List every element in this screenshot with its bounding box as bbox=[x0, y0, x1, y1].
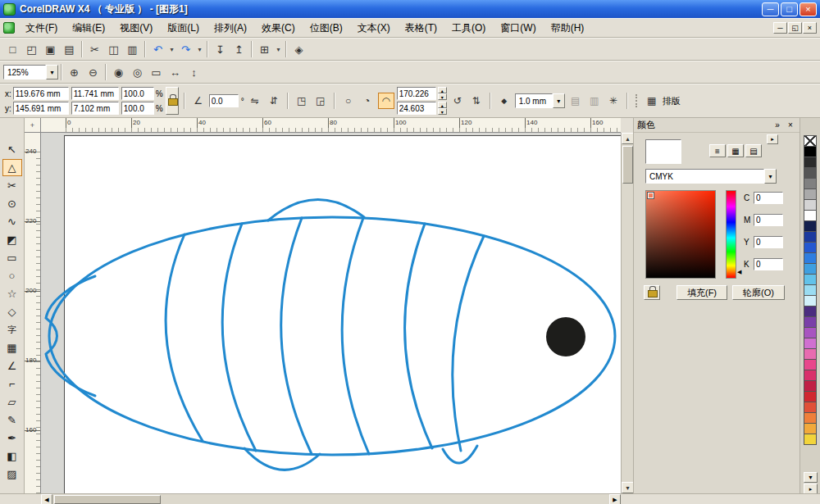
fish-stripe[interactable] bbox=[222, 224, 256, 451]
zoom-selected-icon[interactable]: ◉ bbox=[109, 63, 128, 81]
outline-button[interactable]: 轮廓(O) bbox=[732, 285, 785, 300]
palette-swatch-26[interactable] bbox=[804, 412, 817, 424]
vertical-scrollbar[interactable]: ▲ ▼ bbox=[621, 133, 633, 493]
freehand-tool-icon[interactable]: ∿ bbox=[2, 213, 22, 230]
arc-start-spin-down-icon[interactable]: ▾ bbox=[438, 93, 447, 100]
cyan-field[interactable] bbox=[754, 192, 783, 204]
menu-tools[interactable]: 工具(O) bbox=[444, 19, 493, 38]
menu-window[interactable]: 窗口(W) bbox=[493, 19, 543, 38]
magenta-field[interactable] bbox=[754, 214, 783, 226]
pick-tool-icon[interactable]: ↖ bbox=[2, 141, 22, 158]
palette-swatch-14[interactable] bbox=[804, 284, 817, 296]
copy-icon[interactable]: ◫ bbox=[104, 40, 123, 58]
undo-icon[interactable]: ↶ bbox=[148, 40, 167, 58]
hue-slider-marker[interactable]: ◀ bbox=[737, 269, 741, 275]
swap-direction-icon[interactable]: ⇅ bbox=[468, 93, 485, 109]
maximize-button[interactable]: □ bbox=[781, 2, 798, 16]
palette-swatch-4[interactable] bbox=[804, 178, 817, 189]
y-position-field[interactable] bbox=[13, 102, 69, 115]
scroll-down-icon[interactable]: ▼ bbox=[622, 482, 634, 493]
export-icon[interactable]: ↥ bbox=[230, 40, 248, 58]
horizontal-scrollbar[interactable]: ◀ ▶ bbox=[41, 494, 621, 504]
palette-swatch-21[interactable] bbox=[804, 359, 817, 370]
zoom-page-icon[interactable]: ▭ bbox=[147, 63, 166, 81]
color-palettes-icon[interactable]: ▤ bbox=[745, 144, 762, 157]
undo-dropdown-icon[interactable]: ▾ bbox=[167, 40, 176, 58]
palette-swatch-11[interactable] bbox=[804, 252, 817, 264]
mirror-vertical-icon[interactable]: ⇵ bbox=[266, 93, 282, 109]
horizontal-ruler[interactable]: 0 20 40 60 80 100 120 140 160 bbox=[41, 118, 621, 133]
arc-shape-icon[interactable]: ◠ bbox=[378, 93, 394, 109]
ellipse-tool-icon[interactable]: ○ bbox=[2, 267, 22, 284]
hscroll-thumb[interactable] bbox=[54, 495, 161, 504]
palette-swatch-28[interactable] bbox=[804, 434, 817, 445]
fish-stripe[interactable] bbox=[405, 224, 432, 448]
outline-width-combo[interactable]: 1.0 mm ▾ bbox=[515, 93, 565, 108]
fish-tail[interactable] bbox=[46, 276, 95, 396]
palette-swatch-3[interactable] bbox=[804, 167, 817, 179]
fish-eye[interactable] bbox=[546, 317, 585, 356]
zoom-page-height-icon[interactable]: ↕ bbox=[184, 63, 203, 81]
interactive-fill-tool-icon[interactable]: ▨ bbox=[2, 465, 22, 483]
docker-close-icon[interactable]: × bbox=[784, 120, 797, 131]
menu-layout[interactable]: 版面(L) bbox=[160, 19, 207, 38]
fish-stripe[interactable] bbox=[453, 236, 484, 451]
scale-y-field[interactable] bbox=[121, 102, 154, 115]
menu-effects[interactable]: 效果(C) bbox=[254, 19, 303, 38]
outline-width-dropdown-icon[interactable]: ▾ bbox=[553, 93, 565, 108]
doc-minimize-button[interactable]: ─ bbox=[773, 22, 787, 34]
palette-swatch-17[interactable] bbox=[804, 316, 817, 328]
scroll-left-icon[interactable]: ◀ bbox=[41, 494, 52, 504]
open-icon[interactable]: ◰ bbox=[22, 40, 41, 58]
color-field-marker[interactable] bbox=[648, 193, 654, 198]
rotation-angle-field[interactable] bbox=[209, 94, 239, 107]
palette-swatch-25[interactable] bbox=[804, 402, 817, 413]
color-lock-button[interactable] bbox=[644, 285, 660, 300]
pie-shape-icon[interactable]: ◔ bbox=[359, 93, 376, 109]
palette-swatch-5[interactable] bbox=[804, 188, 817, 200]
color-field[interactable] bbox=[645, 190, 716, 279]
paste-icon[interactable]: ▥ bbox=[123, 40, 142, 58]
palette-swatch-15[interactable] bbox=[804, 295, 817, 306]
object-width-field[interactable] bbox=[71, 87, 119, 100]
doc-restore-button[interactable]: ◱ bbox=[788, 22, 802, 34]
polygon-tool-icon[interactable]: ☆ bbox=[2, 285, 22, 302]
welcome-screen-icon[interactable]: ◈ bbox=[289, 40, 308, 58]
fish-body[interactable] bbox=[49, 217, 615, 455]
new-icon[interactable]: □ bbox=[3, 40, 22, 58]
import-icon[interactable]: ↧ bbox=[211, 40, 230, 58]
palette-swatch-18[interactable] bbox=[804, 327, 817, 338]
outline-pen-tool-icon[interactable]: ✒ bbox=[2, 429, 22, 447]
settings-gear-icon[interactable]: ✳ bbox=[605, 93, 622, 109]
palette-swatch-6[interactable] bbox=[804, 199, 817, 211]
palette-swatch-7[interactable] bbox=[804, 210, 817, 221]
arc-start-angle-field[interactable] bbox=[397, 87, 436, 100]
vertical-ruler[interactable]: 240 220 200 180 160 bbox=[25, 133, 41, 493]
palette-swatch-8[interactable] bbox=[804, 220, 817, 232]
palette-swatch-27[interactable] bbox=[804, 423, 817, 434]
menu-file[interactable]: 文件(F) bbox=[18, 19, 65, 38]
fish-stripe[interactable] bbox=[281, 218, 312, 454]
minimize-button[interactable]: ─ bbox=[762, 2, 779, 16]
dimension-tool-icon[interactable]: ∠ bbox=[2, 357, 22, 375]
docker-chevron-icon[interactable]: » bbox=[771, 120, 784, 131]
menu-view[interactable]: 视图(V) bbox=[112, 19, 160, 38]
layout-toolbar-label[interactable]: 排版 bbox=[663, 95, 681, 107]
menu-help[interactable]: 帮助(H) bbox=[544, 19, 592, 38]
eyedropper-tool-icon[interactable]: ✎ bbox=[2, 411, 22, 429]
palette-swatch-16[interactable] bbox=[804, 306, 817, 317]
mirror-horizontal-icon[interactable]: ⇋ bbox=[247, 93, 263, 109]
smart-fill-tool-icon[interactable]: ◩ bbox=[2, 231, 22, 248]
rectangle-tool-icon[interactable]: ▭ bbox=[2, 249, 22, 266]
black-field[interactable] bbox=[754, 258, 783, 270]
palette-swatch-9[interactable] bbox=[804, 231, 817, 243]
blend-tool-icon[interactable]: ▱ bbox=[2, 393, 22, 411]
palette-swatch-24[interactable] bbox=[804, 391, 817, 402]
palette-swatch-12[interactable] bbox=[804, 263, 817, 275]
arc-end-spin-up-icon[interactable]: ▴ bbox=[438, 102, 447, 108]
arc-start-spin-up-icon[interactable]: ▴ bbox=[438, 87, 447, 93]
zoom-level-combo[interactable]: 125% ▾ bbox=[3, 65, 58, 79]
scale-x-field[interactable] bbox=[121, 87, 154, 100]
prop-misc-icon-2[interactable]: ◲ bbox=[312, 93, 329, 109]
fish-stripe[interactable] bbox=[342, 218, 369, 454]
